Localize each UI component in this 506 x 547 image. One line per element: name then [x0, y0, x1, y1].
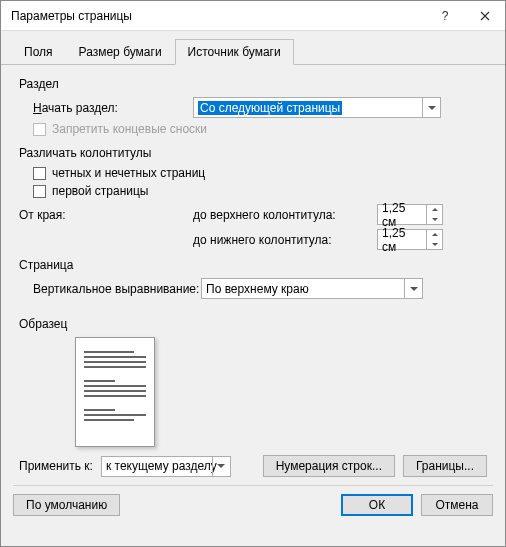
chevron-down-icon — [212, 457, 230, 476]
dialog-buttons: По умолчанию ОК Отмена — [1, 486, 505, 526]
tab-paper-size[interactable]: Размер бумаги — [66, 39, 175, 65]
section-start-select[interactable]: Со следующей страницы — [193, 97, 441, 118]
headers-group-label: Различать колонтитулы — [19, 146, 487, 160]
cancel-button[interactable]: Отмена — [421, 494, 493, 516]
first-page-label: первой страницы — [52, 184, 148, 198]
footer-distance-spinner[interactable]: 1,25 см — [377, 229, 443, 250]
valign-select[interactable]: По верхнему краю — [201, 278, 423, 299]
page-group-label: Страница — [19, 258, 487, 272]
help-button[interactable]: ? — [425, 1, 465, 31]
chevron-down-icon — [422, 98, 440, 117]
suppress-endnotes-label: Запретить концевые сноски — [52, 122, 207, 136]
chevron-down-icon — [404, 279, 422, 298]
header-distance-spinner[interactable]: 1,25 см — [377, 204, 443, 225]
close-icon — [480, 11, 490, 21]
line-numbers-button[interactable]: Нумерация строк... — [263, 455, 395, 477]
preview-group-label: Образец — [19, 317, 487, 331]
section-start-label: Начать раздел: — [33, 101, 193, 115]
spinner-up-icon[interactable] — [427, 230, 442, 240]
suppress-endnotes-checkbox — [33, 123, 46, 136]
tab-content: Раздел Начать раздел: Со следующей стран… — [1, 65, 505, 447]
tab-fields[interactable]: Поля — [11, 39, 66, 65]
valign-label: Вертикальное выравнивание: — [33, 282, 201, 296]
odd-even-checkbox[interactable] — [33, 167, 46, 180]
first-page-checkbox[interactable] — [33, 185, 46, 198]
spinner-up-icon[interactable] — [427, 205, 442, 215]
footer-distance-label: до нижнего колонтитула: — [193, 233, 377, 247]
default-button[interactable]: По умолчанию — [13, 494, 120, 516]
spinner-down-icon[interactable] — [427, 240, 442, 250]
section-group-label: Раздел — [19, 77, 487, 91]
window-title: Параметры страницы — [1, 9, 425, 23]
titlebar: Параметры страницы ? — [1, 1, 505, 31]
tab-paper-source[interactable]: Источник бумаги — [175, 39, 294, 65]
from-edge-label: От края: — [19, 208, 193, 222]
header-distance-label: до верхнего колонтитула: — [193, 208, 377, 222]
tabstrip: Поля Размер бумаги Источник бумаги — [1, 31, 505, 65]
close-button[interactable] — [465, 1, 505, 31]
apply-row: Применить к: к текущему разделу Нумераци… — [1, 447, 505, 485]
spinner-down-icon[interactable] — [427, 215, 442, 225]
apply-to-label: Применить к: — [19, 459, 93, 473]
apply-to-select[interactable]: к текущему разделу — [101, 456, 231, 477]
ok-button[interactable]: ОК — [341, 494, 413, 516]
page-preview — [75, 337, 155, 447]
borders-button[interactable]: Границы... — [403, 455, 487, 477]
odd-even-label: четных и нечетных страниц — [52, 166, 205, 180]
